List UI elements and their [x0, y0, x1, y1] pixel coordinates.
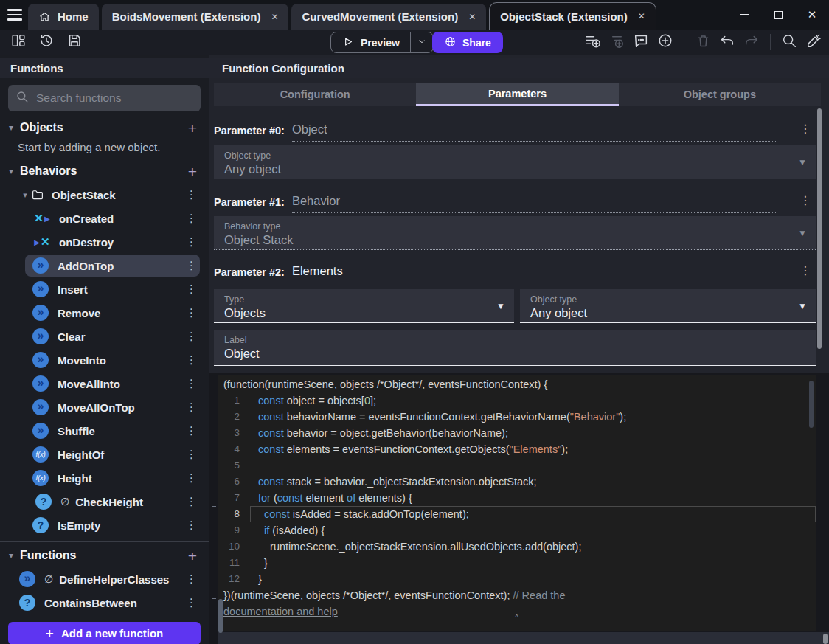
sidebar-item-height[interactable]: f(x)Height⋮ — [0, 466, 209, 490]
search-functions-input[interactable] — [35, 91, 193, 105]
edit-with-ai-button[interactable] — [804, 32, 823, 52]
maximize-button[interactable] — [761, 0, 795, 30]
editor-tab-objectstack[interactable]: ObjectStack (Extension)✕ — [489, 2, 656, 30]
add-function-plus-button[interactable]: + — [185, 548, 200, 564]
documentation-link[interactable]: Read the — [522, 589, 566, 601]
preview-options-button[interactable] — [410, 32, 433, 52]
parameter-1-field-behavior-type[interactable]: Behavior typeObject Stack▼ — [214, 216, 816, 250]
open-project-manager-button[interactable] — [9, 32, 28, 52]
kebab-menu-icon[interactable]: ⋮ — [181, 424, 201, 437]
sidebar-item-addontop[interactable]: »AddOnTop⋮ — [0, 254, 209, 277]
parameter-2-field-type[interactable]: TypeObjects▼ — [214, 289, 514, 323]
behavior-group-objectstack[interactable]: ▾ ObjectStack ⋮ — [0, 183, 209, 207]
kebab-menu-icon[interactable]: ⋮ — [795, 193, 816, 213]
code-line-10[interactable]: 10 runtimeScene._objectStackExtension.al… — [218, 539, 816, 555]
code-line-5[interactable]: 5 — [218, 457, 816, 474]
kebab-menu-icon[interactable]: ⋮ — [181, 283, 201, 296]
kebab-menu-icon[interactable]: ⋮ — [181, 306, 201, 319]
sidebar-item-checkheight[interactable]: ?∅CheckHeight⋮ — [0, 490, 209, 513]
code-line-11[interactable]: 11 } — [218, 555, 816, 571]
kebab-menu-icon[interactable]: ⋮ — [181, 188, 201, 201]
add-new-button[interactable] — [656, 32, 675, 52]
sidebar-item-insert[interactable]: »Insert⋮ — [0, 277, 209, 301]
add-subevent-button[interactable] — [607, 32, 626, 52]
editor-tab-curvedmovement[interactable]: CurvedMovement (Extension)✕ — [291, 4, 486, 30]
code-line-9[interactable]: 9 if (isAdded) { — [218, 522, 816, 539]
behaviors-section-header[interactable]: ▾ Behaviors + — [0, 159, 209, 183]
sidebar-item-moveinto[interactable]: »MoveInto⋮ — [0, 348, 209, 372]
kebab-menu-icon[interactable]: ⋮ — [795, 122, 816, 142]
main-scrollbar[interactable] — [817, 108, 822, 349]
sidebar-item-clear[interactable]: »Clear⋮ — [0, 325, 209, 348]
undo-button[interactable] — [718, 32, 737, 52]
code-line-4[interactable]: 4const elements = eventsFunctionContext.… — [218, 441, 816, 457]
redo-button[interactable] — [742, 32, 761, 52]
sidebar-item-definehelperclasses[interactable]: »∅DefineHelperClasses⋮ — [0, 567, 209, 591]
close-tab-icon[interactable]: ✕ — [468, 12, 476, 22]
kebab-menu-icon[interactable]: ⋮ — [181, 212, 201, 225]
share-button[interactable]: Share — [432, 32, 503, 53]
collapse-code-icon[interactable]: ^ — [218, 612, 816, 623]
kebab-menu-icon[interactable]: ⋮ — [181, 471, 201, 485]
sidebar-item-moveallinto[interactable]: »MoveAllInto⋮ — [0, 372, 209, 395]
code-line-1[interactable]: 1const object = objects[0]; — [218, 392, 816, 409]
close-tab-icon[interactable]: ✕ — [638, 11, 645, 21]
kebab-menu-icon[interactable]: ⋮ — [181, 448, 201, 461]
save-button[interactable] — [65, 32, 84, 52]
history-button[interactable] — [37, 32, 56, 52]
code-line-12[interactable]: 12} — [218, 571, 816, 587]
tab-object-groups[interactable]: Object groups — [619, 83, 821, 106]
window-scrollbar-thumb[interactable] — [823, 634, 828, 644]
kebab-menu-icon[interactable]: ⋮ — [181, 596, 201, 609]
parameter-label-field[interactable]: Label Object ▼ — [214, 330, 816, 366]
kebab-menu-icon[interactable]: ⋮ — [181, 353, 201, 367]
minimize-button[interactable] — [727, 0, 761, 30]
kebab-menu-icon[interactable]: ⋮ — [181, 572, 201, 586]
add-object-button[interactable]: + — [185, 120, 200, 136]
kebab-menu-icon[interactable]: ⋮ — [181, 519, 201, 532]
sidebar-item-oncreated[interactable]: ✕▶onCreated⋮ — [0, 207, 209, 230]
code-line-8[interactable]: 8 const isAdded = stack.addOnTop(element… — [218, 506, 816, 522]
kebab-menu-icon[interactable]: ⋮ — [181, 330, 201, 343]
close-button[interactable]: ✕ — [795, 0, 829, 30]
main-menu-icon[interactable] — [7, 7, 27, 23]
preview-button[interactable]: Preview — [331, 32, 410, 52]
add-behavior-button[interactable]: + — [185, 164, 200, 179]
parameter-name-field[interactable]: Behavior — [292, 194, 777, 213]
search-button[interactable] — [780, 32, 799, 52]
kebab-menu-icon[interactable]: ⋮ — [795, 263, 816, 283]
left-scrollbar-thumb[interactable] — [218, 599, 223, 633]
sidebar-item-moveallontop[interactable]: »MoveAllOnTop⋮ — [0, 395, 209, 419]
sidebar-item-ondestroy[interactable]: ▶✕onDestroy⋮ — [0, 230, 209, 254]
add-event-button[interactable] — [583, 32, 602, 52]
kebab-menu-icon[interactable]: ⋮ — [181, 401, 201, 414]
editor-scrollbar-thumb[interactable] — [809, 381, 814, 428]
sidebar-item-shuffle[interactable]: »Shuffle⋮ — [0, 419, 209, 443]
objects-section-header[interactable]: ▾ Objects + — [0, 116, 209, 139]
close-tab-icon[interactable]: ✕ — [271, 12, 278, 22]
tab-configuration[interactable]: Configuration — [214, 83, 416, 106]
parameter-2-field-object-type[interactable]: Object typeAny object▼ — [520, 289, 816, 323]
code-line-7[interactable]: 7for (const element of elements) { — [218, 490, 816, 506]
code-line-6[interactable]: 6const stack = behavior._objectStackExte… — [218, 474, 816, 490]
kebab-menu-icon[interactable]: ⋮ — [181, 495, 201, 508]
code-line-3[interactable]: 3const behavior = object.getBehavior(beh… — [218, 425, 816, 441]
parameter-name-field[interactable]: Object — [292, 122, 777, 142]
sidebar-item-isempty[interactable]: ?IsEmpty⋮ — [0, 513, 209, 537]
delete-button[interactable] — [693, 32, 712, 52]
javascript-code-editor[interactable]: (function(runtimeScene, objects /*Object… — [218, 375, 816, 631]
add-comment-button[interactable] — [631, 32, 651, 52]
add-new-function-button[interactable]: + Add a new function — [8, 622, 201, 644]
sidebar-item-containsbetween[interactable]: ?ContainsBetween⋮ — [0, 591, 209, 614]
sidebar-item-heightof[interactable]: f(x)HeightOf⋮ — [0, 443, 209, 466]
kebab-menu-icon[interactable]: ⋮ — [181, 235, 201, 249]
kebab-menu-icon[interactable]: ⋮ — [181, 259, 201, 272]
tab-parameters[interactable]: Parameters — [416, 83, 618, 106]
editor-tab-home[interactable]: Home — [28, 4, 99, 30]
code-line-2[interactable]: 2const behaviorName = eventsFunctionCont… — [218, 409, 816, 425]
editor-tab-boidsmovement[interactable]: BoidsMovement (Extension)✕ — [102, 4, 289, 30]
parameter-name-field[interactable]: Elements — [292, 264, 777, 283]
functions-section-header[interactable]: ▾ Functions + — [0, 544, 209, 567]
kebab-menu-icon[interactable]: ⋮ — [181, 377, 201, 390]
parameter-0-field-object-type[interactable]: Object typeAny object▼ — [214, 145, 816, 179]
